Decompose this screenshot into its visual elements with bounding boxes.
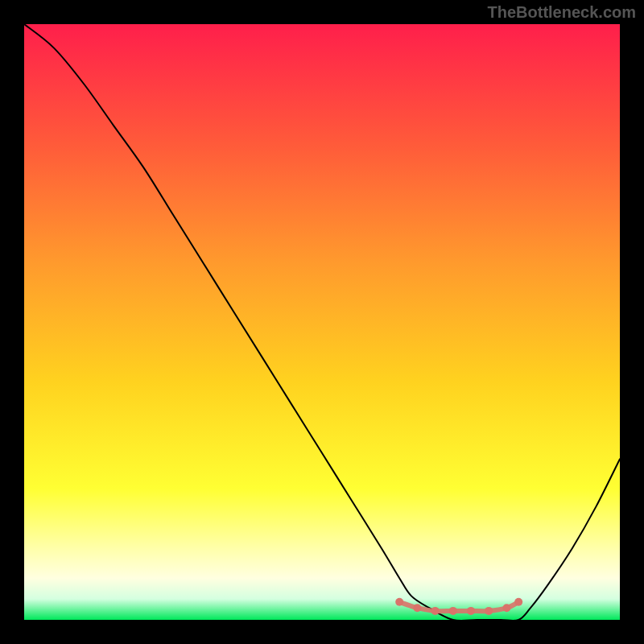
optimal-band-marker xyxy=(467,607,475,615)
optimal-band-marker xyxy=(395,598,403,606)
chart-container: TheBottleneck.com xyxy=(0,0,644,644)
plot-area xyxy=(24,24,620,620)
optimal-band-marker xyxy=(413,604,421,612)
optimal-band-marker xyxy=(485,607,493,615)
watermark-text: TheBottleneck.com xyxy=(488,3,636,22)
optimal-band-marker xyxy=(514,598,522,606)
optimal-band-marker xyxy=(431,607,440,615)
gradient-background xyxy=(24,24,620,620)
optimal-band-marker xyxy=(449,607,457,615)
optimal-band-marker xyxy=(502,604,510,612)
chart-svg xyxy=(24,24,620,620)
